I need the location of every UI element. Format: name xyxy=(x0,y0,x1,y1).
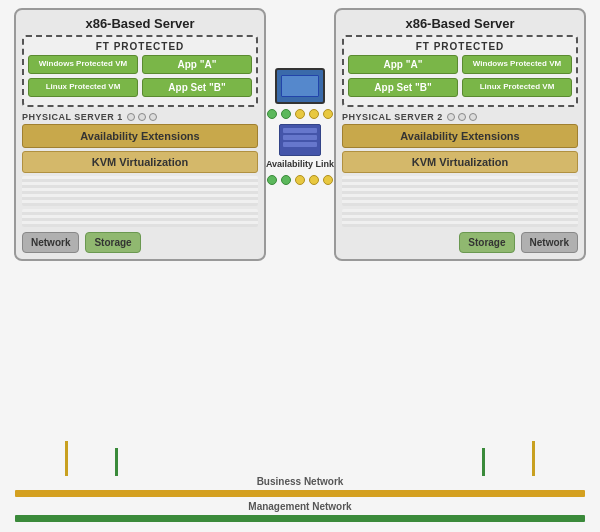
server2-block: x86-Based Server FT PROTECTED App "A" Wi… xyxy=(334,8,586,261)
management-network-bar xyxy=(15,515,585,522)
server1-physical-label: PHYSICAL SERVER 1 xyxy=(22,112,258,122)
server2-ft-box: FT PROTECTED App "A" Windows Protected V… xyxy=(342,35,578,107)
business-network-label: Business Network xyxy=(257,476,344,487)
storage-center-icon xyxy=(279,124,321,156)
circle1 xyxy=(127,113,135,121)
server1-block: x86-Based Server FT PROTECTED Windows Pr… xyxy=(14,8,266,261)
business-network-bar xyxy=(15,490,585,497)
left-network-vline xyxy=(65,441,68,476)
dot-green-2 xyxy=(281,109,291,119)
left-storage-vline xyxy=(115,448,118,476)
server2-linux-vm: Linux Protected VM xyxy=(462,78,572,96)
dot-green-1 xyxy=(267,109,277,119)
server1-status-circles xyxy=(127,113,157,121)
server2-avail-ext: Availability Extensions xyxy=(342,124,578,148)
server1-network-btn[interactable]: Network xyxy=(22,232,79,253)
circle6 xyxy=(469,113,477,121)
server2-storage-btn[interactable]: Storage xyxy=(459,232,514,253)
server1-vm2-row: Linux Protected VM App Set "B" xyxy=(28,78,252,97)
right-storage-vline xyxy=(482,448,485,476)
server1-app-set-b: App Set "B" xyxy=(142,78,252,97)
server2-app-a: App "A" xyxy=(348,55,458,74)
server2-app-set-b: App Set "B" xyxy=(348,78,458,97)
dot-green-3 xyxy=(267,175,277,185)
server1-bottom-buttons: Network Storage xyxy=(22,232,258,253)
avail-link-label: Availability Link xyxy=(266,159,334,169)
server1-storage-btn[interactable]: Storage xyxy=(85,232,140,253)
center-connector: Availability Link xyxy=(250,68,350,187)
server2-stripe1 xyxy=(342,176,578,206)
server2-physical-label: PHYSICAL SERVER 2 xyxy=(342,112,578,122)
server1-stripe1 xyxy=(22,176,258,206)
server1-app-a: App "A" xyxy=(142,55,252,74)
server1-ft-label: FT PROTECTED xyxy=(28,41,252,52)
dot-yellow-3 xyxy=(323,109,333,119)
server2-title: x86-Based Server xyxy=(342,16,578,31)
dot-yellow-4 xyxy=(295,175,305,185)
server2-bottom-buttons: Storage Network xyxy=(342,232,578,253)
server2-ft-label: FT PROTECTED xyxy=(348,41,572,52)
management-network-label: Management Network xyxy=(248,501,351,512)
storage-stripe3 xyxy=(283,142,317,147)
server1-ft-box: FT PROTECTED Windows Protected VM App "A… xyxy=(22,35,258,107)
server1-linux-vm: Linux Protected VM xyxy=(28,78,138,96)
circle5 xyxy=(458,113,466,121)
server1-windows-vm: Windows Protected VM xyxy=(28,55,138,73)
server2-vm1-row: App "A" Windows Protected VM xyxy=(348,55,572,74)
dots-row-bottom xyxy=(267,175,333,185)
screen-icon xyxy=(275,68,325,104)
circle4 xyxy=(447,113,455,121)
bottom-network-section: Business Network Management Network xyxy=(0,476,600,522)
server1-vm1-row: Windows Protected VM App "A" xyxy=(28,55,252,74)
storage-stripe2 xyxy=(283,135,317,140)
circle3 xyxy=(149,113,157,121)
dot-yellow-6 xyxy=(323,175,333,185)
server2-network-btn[interactable]: Network xyxy=(521,232,578,253)
diagram-container: x86-Based Server FT PROTECTED Windows Pr… xyxy=(0,0,600,532)
screen-display xyxy=(281,75,319,97)
server2-vm2-row: App Set "B" Linux Protected VM xyxy=(348,78,572,97)
dot-yellow-5 xyxy=(309,175,319,185)
dot-yellow-2 xyxy=(309,109,319,119)
dot-yellow-1 xyxy=(295,109,305,119)
server1-title: x86-Based Server xyxy=(22,16,258,31)
circle2 xyxy=(138,113,146,121)
server2-stripe2 xyxy=(342,209,578,227)
server1-avail-ext: Availability Extensions xyxy=(22,124,258,148)
server1-kvm: KVM Virtualization xyxy=(22,151,258,173)
dots-row-top xyxy=(267,109,333,119)
storage-stripe1 xyxy=(283,128,317,133)
server2-windows-vm: Windows Protected VM xyxy=(462,55,572,73)
server2-kvm: KVM Virtualization xyxy=(342,151,578,173)
right-network-vline xyxy=(532,441,535,476)
server1-stripe2 xyxy=(22,209,258,227)
server2-status-circles xyxy=(447,113,477,121)
dot-green-4 xyxy=(281,175,291,185)
